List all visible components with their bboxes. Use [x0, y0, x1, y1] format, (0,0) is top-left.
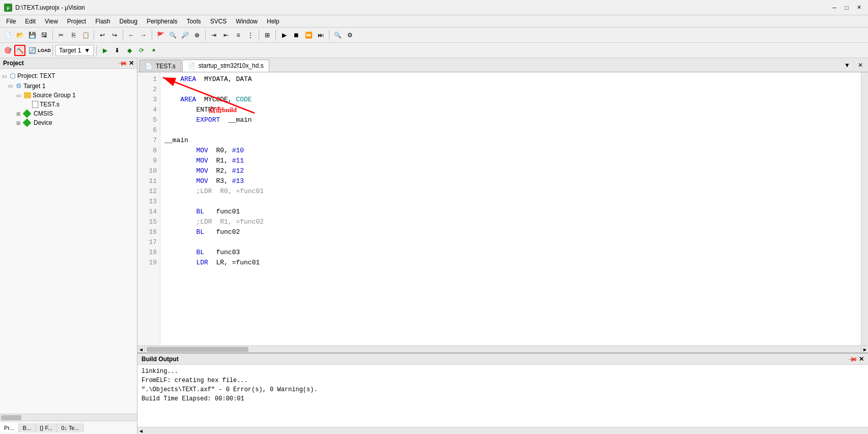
menu-item-file[interactable]: File [2, 17, 20, 26]
expand-root[interactable]: ▭ [2, 73, 8, 79]
menu-item-view[interactable]: View [41, 17, 62, 26]
build-pin-icon[interactable]: 📌 [848, 354, 858, 364]
target-dropdown[interactable]: Target 1 ▼ [55, 45, 94, 56]
save-all-btn[interactable]: 🖫 [39, 30, 50, 41]
copy-btn[interactable]: ⎘ [68, 30, 79, 41]
build-header: Build Output 📌 ✕ [137, 354, 868, 365]
tab-startup-label: startup_stm32f10x_hd.s [199, 62, 264, 69]
device-icon [23, 119, 32, 127]
build-line: ".\Objects\TEXT.axf" - 0 Error(s), 0 War… [142, 385, 864, 394]
build-hscroll-left[interactable]: ◂ [137, 427, 145, 434]
indent-btn[interactable]: ⇥ [208, 30, 219, 41]
line-num-2: 2 [137, 85, 160, 95]
app-icon: μ [4, 4, 12, 12]
tree-source-group[interactable]: ▭ Source Group 1 [0, 91, 137, 100]
flash-download-btn[interactable]: ⬇ [111, 45, 123, 56]
target-options-btn[interactable]: 🎯 [2, 45, 13, 56]
panel-tab-templates[interactable]: 0↓ Te... [57, 423, 83, 432]
bookmark-btn[interactable]: 🚩 [155, 30, 166, 41]
expand-cmsis[interactable]: ⊞ [16, 111, 22, 117]
menu-item-svcs[interactable]: SVCS [206, 17, 231, 26]
save-btn[interactable]: 💾 [26, 30, 38, 41]
maximize-button[interactable]: □ [842, 3, 852, 13]
green1-btn[interactable]: ◆ [124, 45, 135, 56]
editor-scroll-h[interactable]: ◂ ▸ [137, 345, 868, 352]
tree-device[interactable]: ⊞ Device [0, 118, 137, 127]
left-scroll-h[interactable] [0, 414, 137, 421]
paste-btn[interactable]: 📋 [80, 30, 91, 41]
build-scroll-h[interactable]: ◂ [137, 427, 868, 434]
tree-target1[interactable]: ▭ ⚙ Target 1 [0, 81, 137, 91]
close-icon[interactable]: ✕ [129, 60, 134, 67]
menu-item-tools[interactable]: Tools [183, 17, 205, 26]
minimize-button[interactable]: ─ [829, 3, 839, 13]
file-icon [32, 101, 38, 108]
hscroll-thumb[interactable] [147, 347, 248, 352]
panel-tab-project[interactable]: Pr... [0, 423, 19, 432]
tab-dropdown-btn[interactable]: ▼ [842, 60, 853, 71]
rebuild-btn[interactable]: 🔄 [26, 45, 38, 56]
zoom-btn[interactable]: 🔍 [332, 30, 343, 41]
find2-btn[interactable]: 🔎 [179, 30, 190, 41]
col2-btn[interactable]: ⋮ [245, 30, 256, 41]
new-file-btn[interactable]: 📄 [2, 30, 13, 41]
cut-btn[interactable]: ✂ [55, 30, 67, 41]
dbg-step-btn[interactable]: ⏩ [303, 30, 314, 41]
undo-btn[interactable]: ↩ [97, 30, 108, 41]
menu-item-project[interactable]: Project [63, 17, 90, 26]
dbg-step2-btn[interactable]: ⏭ [315, 30, 326, 41]
tree-root[interactable]: ▭ ⬡ Project: TEXT [0, 71, 137, 81]
expand-target[interactable]: ▭ [8, 83, 14, 89]
code-line-2 [164, 85, 857, 95]
dbg-stop-btn[interactable]: ⏹ [291, 30, 302, 41]
menu-item-window[interactable]: Window [232, 17, 262, 26]
green3-btn[interactable]: ✦ [148, 45, 159, 56]
code-line-5: EXPORT __main [164, 115, 857, 125]
run-btn[interactable]: ▶ [99, 45, 110, 56]
insert-btn[interactable]: ⊞ [262, 30, 273, 41]
open-btn[interactable]: 📂 [14, 30, 25, 41]
green2-btn[interactable]: ⟳ [136, 45, 147, 56]
line-num-15: 15 [137, 217, 160, 227]
col-btn[interactable]: ≡ [233, 30, 244, 41]
nav-back-btn[interactable]: ← [126, 30, 137, 41]
code-line-1: AREA MYDATA, DATA [164, 74, 857, 85]
tree-tests[interactable]: TEST.s [0, 100, 137, 109]
tree-cmsis[interactable]: ⊞ CMSIS [0, 109, 137, 118]
find-btn[interactable]: 🔍 [167, 30, 178, 41]
panel-tab-functions[interactable]: {} F... [36, 423, 57, 432]
expand-device[interactable]: ⊞ [16, 120, 22, 126]
redo-btn[interactable]: ↪ [109, 30, 120, 41]
panel-tab-books[interactable]: B... [19, 423, 36, 432]
load-btn[interactable]: LOAD [39, 45, 50, 56]
dbg-run-btn[interactable]: ▶ [278, 30, 290, 41]
menu-item-edit[interactable]: Edit [21, 17, 40, 26]
line-num-19: 19 [137, 258, 160, 268]
unindent-btn[interactable]: ⇤ [220, 30, 232, 41]
close-button[interactable]: ✕ [854, 3, 864, 13]
menu-item-peripherals[interactable]: Peripherals [143, 17, 182, 26]
hscroll-left-btn[interactable]: ◂ [137, 346, 145, 353]
menu-item-flash[interactable]: Flash [91, 17, 114, 26]
line-num-5: 5 [137, 115, 160, 125]
build-btn[interactable]: 🔨 [14, 45, 25, 56]
build-output-container: Build Output 📌 ✕ linking...FromELF: crea… [137, 352, 868, 434]
menu-item-help[interactable]: Help [263, 17, 284, 26]
line-num-4: 4 [137, 105, 160, 115]
tab-tests[interactable]: 📄 TEST.s [139, 60, 181, 72]
tab-close-btn[interactable]: ✕ [855, 60, 866, 71]
nav-fwd-btn[interactable]: → [138, 30, 149, 41]
editor-scroll-v[interactable] [861, 72, 868, 345]
tab-tests-label: TEST.s [156, 63, 176, 70]
pin-icon[interactable]: 📌 [118, 58, 128, 68]
code-content[interactable]: AREA MYDATA, DATA AREA MYCODE, CODE ENTR… [160, 72, 861, 345]
line-num-1: 1 [137, 74, 160, 85]
target-dropdown-label: Target 1 [59, 47, 81, 54]
expand-group[interactable]: ▭ [16, 93, 22, 98]
hscroll-right-btn[interactable]: ▸ [861, 346, 868, 353]
tab-startup[interactable]: 📄 startup_stm32f10x_hd.s [182, 60, 269, 72]
menu-item-debug[interactable]: Debug [116, 17, 142, 26]
build-close-icon[interactable]: ✕ [859, 356, 864, 363]
find3-btn[interactable]: ⊕ [191, 30, 203, 41]
settings-btn[interactable]: ⚙ [344, 30, 355, 41]
